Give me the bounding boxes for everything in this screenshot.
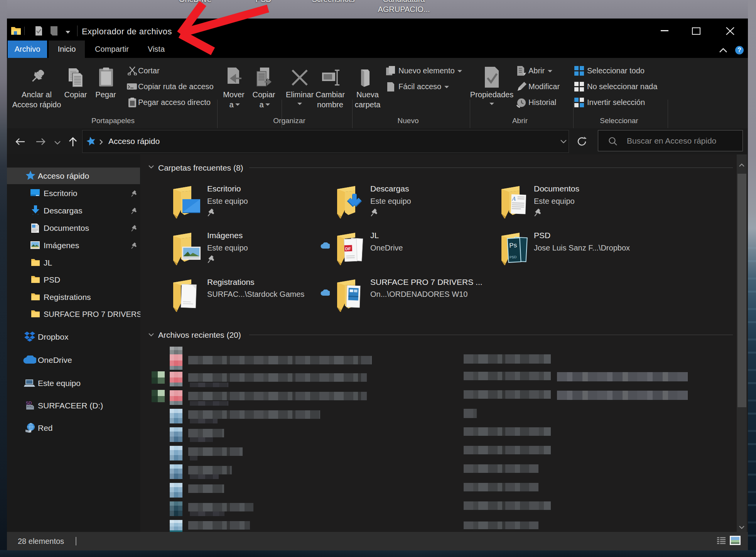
svg-text:A: A bbox=[511, 195, 516, 201]
svg-text:PSD: PSD bbox=[510, 255, 517, 259]
svg-text:DF: DF bbox=[345, 246, 351, 251]
svg-text:SD: SD bbox=[26, 401, 32, 405]
svg-text:Ps: Ps bbox=[509, 242, 517, 249]
